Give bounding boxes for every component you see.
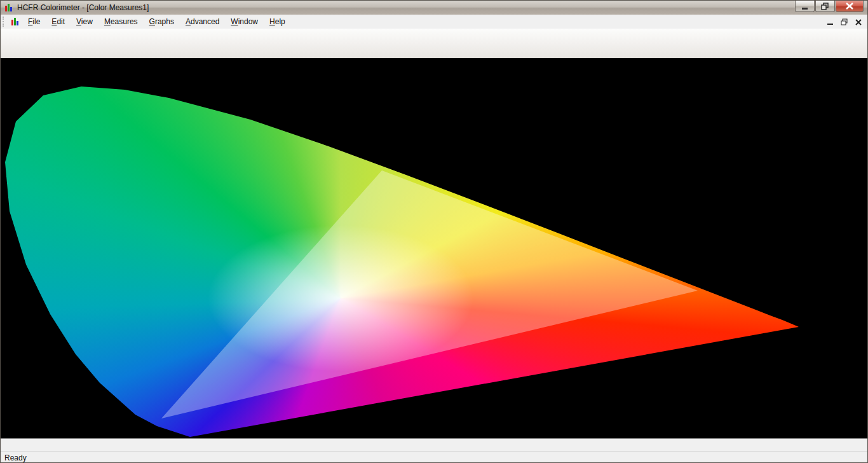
cie-diagram-overlay	[1, 58, 868, 438]
menu-measures[interactable]: Measures	[98, 15, 144, 28]
menu-advanced[interactable]: Advanced	[180, 15, 225, 28]
mdi-close-button[interactable]	[855, 17, 862, 28]
menu-edit[interactable]: Edit	[46, 15, 71, 28]
menu-file[interactable]: File	[22, 15, 46, 28]
window-controls	[794, 1, 864, 12]
menu-view[interactable]: View	[71, 15, 98, 28]
hcfr-window: HCFR Colorimeter - [Color Measures1] Fil…	[0, 0, 868, 463]
mdi-restore-button[interactable]	[841, 17, 848, 28]
window-title: HCFR Colorimeter - [Color Measures1]	[17, 3, 149, 12]
app-icon	[4, 3, 13, 12]
mdi-minimize-button[interactable]	[827, 17, 834, 28]
menu-grip	[3, 17, 6, 27]
menu-window[interactable]: Window	[225, 15, 264, 28]
status-text: Ready	[4, 453, 27, 462]
cie-diagram-view	[1, 58, 868, 438]
window-close-button[interactable]	[836, 1, 864, 12]
view-tab-bar	[1, 438, 867, 452]
menu-items: FileEditViewMeasuresGraphsAdvancedWindow…	[22, 15, 291, 28]
mdi-child-controls	[827, 17, 862, 28]
title-bar: HCFR Colorimeter - [Color Measures1]	[1, 1, 867, 15]
menu-bar: FileEditViewMeasuresGraphsAdvancedWindow…	[1, 15, 867, 29]
menu-help[interactable]: Help	[264, 15, 291, 28]
document-icon[interactable]	[11, 17, 20, 26]
menu-graphs[interactable]: Graphs	[144, 15, 180, 28]
toolbar	[1, 29, 867, 59]
window-restore-button[interactable]	[815, 1, 835, 12]
window-minimize-button[interactable]	[795, 1, 815, 12]
status-bar: Ready	[1, 451, 867, 463]
